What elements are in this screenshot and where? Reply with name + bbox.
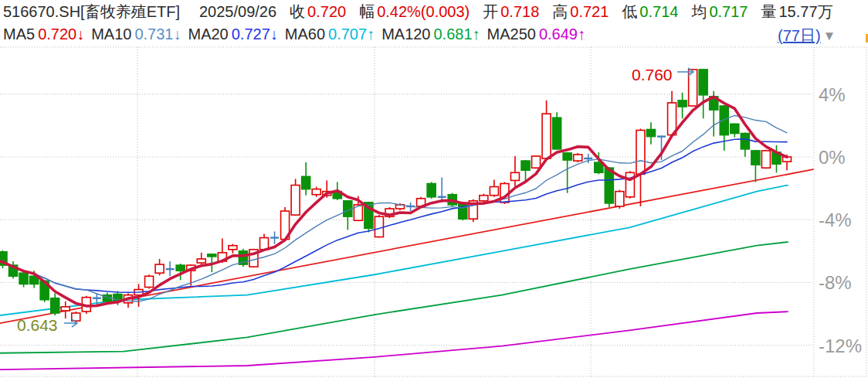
ma-items: MA50.720↓MA100.731↓MA200.727↓MA600.707↑M…: [3, 26, 592, 43]
annotation-text-low: 0.643: [17, 316, 58, 334]
quote-header-row: 516670.SH[畜牧养殖ETF] 2025/09/26 收0.720幅0.4…: [3, 2, 846, 22]
candle-body: [615, 192, 624, 206]
candle-body: [532, 156, 541, 168]
candle-body: [761, 151, 770, 168]
candle-body: [510, 172, 519, 180]
ma-label: MA250: [487, 26, 536, 43]
candle-body: [490, 187, 498, 196]
ma-value: 0.707↑: [328, 26, 375, 43]
annotation-high: 0.760: [632, 66, 693, 83]
ma-label: MA20: [188, 26, 229, 43]
ma-label: MA5: [3, 26, 35, 43]
candle-body: [312, 189, 320, 195]
chevron-down-icon[interactable]: ▼: [823, 29, 836, 44]
ma-indicator: MA50.720↓: [3, 26, 84, 43]
ma-indicator: MA600.707↑: [285, 26, 375, 43]
trade-date: 2025/09/26: [199, 3, 276, 21]
candle-body: [605, 168, 613, 203]
candle-body: [521, 161, 530, 170]
ma-label: MA10: [91, 26, 131, 43]
ma250-line: [0, 312, 788, 369]
field-value: 0.717: [709, 3, 748, 21]
period-label[interactable]: (77日): [778, 26, 821, 46]
ma-indicator: MA1200.681↑: [381, 26, 480, 43]
quote-field: 低0.714: [622, 2, 678, 22]
ma-value: 0.727↓: [232, 26, 278, 43]
symbol-title: 516670.SH[畜牧养殖ETF]: [3, 2, 180, 22]
y-axis-label: -12%: [819, 337, 862, 356]
candle-body: [208, 254, 216, 257]
candle-body: [731, 124, 739, 133]
chart-area[interactable]: 0.7600.643 4%0%-4%-8%-12%: [0, 45, 868, 378]
y-axis-label: 4%: [819, 86, 846, 104]
grid: [0, 47, 866, 376]
candle-body: [302, 176, 310, 189]
quote-field: 收0.720: [290, 2, 346, 22]
ma-value: 0.731↓: [134, 26, 181, 43]
ma-value: 0.681↑: [434, 26, 480, 43]
ma-indicator: MA200.727↓: [188, 26, 278, 43]
field-label: 开: [483, 2, 498, 22]
y-axis-label: -4%: [819, 211, 852, 230]
candle-body: [720, 106, 728, 135]
candlestick-series: [0, 69, 792, 325]
ma-value: 0.649↑: [539, 26, 585, 43]
y-axis-label: -8%: [819, 274, 852, 292]
field-label: 均: [691, 2, 707, 22]
candle-body: [145, 276, 154, 287]
candle-body: [459, 203, 467, 219]
field-value: 0.720: [307, 3, 346, 21]
ma-indicator: MA100.731↓: [91, 26, 181, 43]
candle-body: [699, 70, 707, 95]
annotation-low: 0.643: [17, 316, 77, 334]
field-value: 0.721: [570, 3, 609, 21]
candle-body: [197, 259, 205, 263]
candle-body: [646, 129, 655, 136]
candle-body: [751, 151, 760, 165]
candle-body: [427, 184, 436, 197]
candle-body: [480, 196, 488, 201]
candle-body: [155, 264, 164, 273]
field-value: 15.77万: [778, 2, 832, 22]
period-selector[interactable]: (77日) ▼: [778, 26, 836, 46]
field-label: 高: [552, 2, 568, 22]
candle-body: [229, 246, 237, 250]
ma-label: MA60: [285, 26, 325, 43]
ma-value: 0.720↓: [38, 26, 84, 43]
quote-field: 高0.721: [552, 2, 609, 22]
quote-field: 开0.718: [483, 2, 539, 22]
quote-field: 均0.717: [691, 2, 748, 22]
candle-body: [19, 273, 28, 284]
ma-indicator-row: MA50.720↓MA100.731↓MA200.727↓MA600.707↑M…: [3, 24, 592, 44]
candle-body: [574, 155, 582, 161]
quote-field: 量15.77万: [761, 2, 832, 22]
candle-body: [626, 172, 634, 196]
candle-body: [563, 153, 571, 160]
candle-body: [375, 216, 383, 237]
candle-body: [636, 130, 645, 174]
candle-body: [553, 117, 561, 149]
candle-body: [176, 265, 185, 271]
ma-label: MA120: [381, 26, 430, 43]
field-label: 幅: [359, 2, 375, 22]
field-value: 0.714: [639, 3, 678, 21]
candle-body: [51, 298, 59, 313]
field-value: 0.42%(0.003): [377, 3, 470, 21]
field-value: 0.718: [500, 3, 539, 21]
quote-fields: 收0.720幅0.42%(0.003)开0.718高0.721低0.714均0.…: [290, 2, 846, 22]
y-axis-label: 0%: [819, 148, 846, 167]
ma-indicator: MA2500.649↑: [487, 26, 585, 43]
candle-body: [678, 100, 687, 107]
candle-body: [291, 186, 300, 216]
field-label: 收: [290, 2, 305, 22]
candle-body: [542, 114, 551, 158]
candle-body: [741, 134, 749, 149]
price-chart-svg[interactable]: 0.7600.643: [0, 45, 868, 378]
annotation-text-high: 0.760: [632, 66, 673, 83]
quote-field: 幅0.42%(0.003): [359, 2, 470, 22]
candle-body: [61, 307, 70, 311]
field-label: 低: [622, 2, 637, 22]
candle-body: [344, 201, 352, 216]
field-label: 量: [761, 2, 776, 22]
